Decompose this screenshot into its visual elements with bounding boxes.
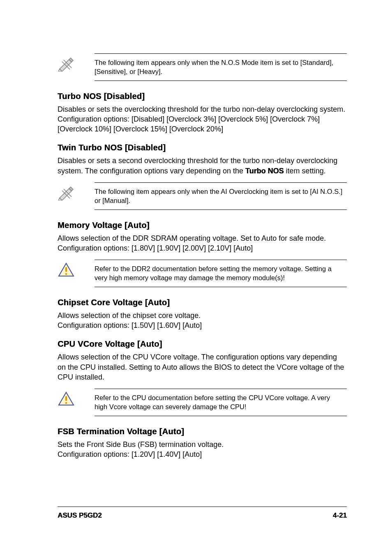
note-text: The following item appears only when the… — [95, 182, 347, 210]
footer-right: 4-21 — [333, 511, 347, 520]
heading-chipset-core: Chipset Core Voltage [Auto] — [58, 297, 347, 308]
svg-rect-4 — [65, 267, 67, 272]
body-cpu-vcore: Allows selection of the CPU VCore voltag… — [58, 352, 347, 382]
heading-memory-voltage: Memory Voltage [Auto] — [58, 220, 347, 231]
note-block: The following item appears only when the… — [58, 182, 347, 210]
warning-block: Refer to the CPU documentation before se… — [58, 389, 347, 416]
pencil-icon — [58, 182, 95, 200]
heading-twin-turbo-nos: Twin Turbo NOS [Disabled] — [58, 142, 347, 153]
warning-icon — [58, 260, 95, 278]
heading-cpu-vcore: CPU VCore Voltage [Auto] — [58, 339, 347, 350]
pencil-icon — [58, 53, 95, 71]
body-chipset-core: Allows selection of the chipset core vol… — [58, 311, 347, 331]
svg-rect-6 — [65, 396, 67, 401]
svg-point-5 — [65, 273, 67, 275]
page-footer: ASUS P5GD2 4-21 — [58, 507, 347, 520]
body-fsb-term: Sets the Front Side Bus (FSB) terminatio… — [58, 440, 347, 460]
svg-point-7 — [65, 402, 67, 404]
note-text: The following item appears only when the… — [95, 53, 347, 81]
warning-text: Refer to the CPU documentation before se… — [95, 389, 347, 416]
warning-icon — [58, 389, 95, 407]
body-post: item setting. — [284, 167, 326, 175]
body-twin-turbo-nos: Disables or sets a second overclocking t… — [58, 156, 347, 176]
body-turbo-nos: Disables or sets the overclocking thresh… — [58, 104, 347, 134]
body-bold: Turbo NOS — [245, 167, 284, 175]
warning-block: Refer to the DDR2 documentation before s… — [58, 260, 347, 287]
note-block: The following item appears only when the… — [58, 53, 347, 81]
heading-turbo-nos: Turbo NOS [Disabled] — [58, 91, 347, 102]
body-memory-voltage: Allows selection of the DDR SDRAM operat… — [58, 233, 347, 253]
heading-fsb-term: FSB Termination Voltage [Auto] — [58, 426, 347, 437]
footer-left: ASUS P5GD2 — [58, 511, 102, 520]
warning-text: Refer to the DDR2 documentation before s… — [95, 260, 347, 287]
